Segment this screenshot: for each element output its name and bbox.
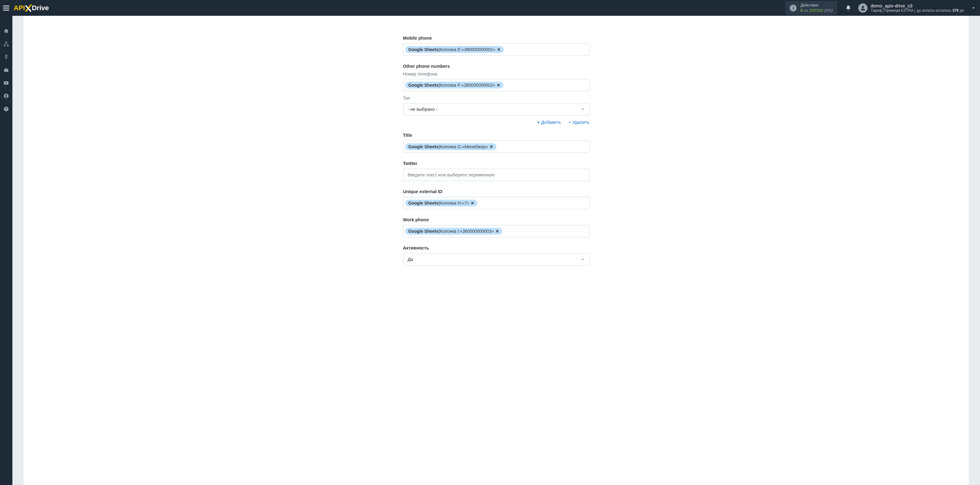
field-input[interactable]: Google Sheets | Колонка F: «380000000002… (403, 79, 590, 91)
remove-tag-icon[interactable]: ✕ (497, 47, 501, 52)
svg-point-11 (6, 94, 7, 96)
chevron-down-icon (581, 107, 585, 111)
svg-rect-4 (6, 42, 7, 43)
sidebar-item-home[interactable] (0, 24, 13, 38)
logo[interactable]: API Drive (14, 4, 49, 12)
bell-icon (845, 5, 851, 11)
notifications-button[interactable] (843, 5, 854, 11)
field-input[interactable]: Google Sheets | Колонка I: «380000000003… (403, 225, 590, 238)
sidebar-item-briefcase[interactable] (0, 63, 13, 76)
sidebar-item-account[interactable] (0, 89, 13, 103)
field-input[interactable]: Google Sheets | Колонка G: «Менеджер»✕ (403, 141, 590, 153)
field-twitter: Twitter (403, 161, 590, 181)
home-icon (3, 28, 9, 34)
mapping-form: Mobile phone Google Sheets | Колонка E: … (403, 16, 590, 266)
remove-tag-icon[interactable]: ✕ (490, 144, 493, 149)
user-icon (3, 93, 9, 99)
remove-tag-icon[interactable]: ✕ (497, 82, 500, 87)
actions-percent: (0%) (824, 8, 833, 13)
field-label: Twitter (403, 161, 590, 166)
variable-tag[interactable]: Google Sheets | Колонка F: «380000000002… (405, 82, 504, 89)
field-mobile-phone: Mobile phone Google Sheets | Колонка E: … (403, 36, 590, 56)
svg-rect-8 (4, 70, 8, 70)
variable-tag[interactable]: Google Sheets | Колонка G: «Менеджер»✕ (405, 143, 496, 150)
remove-tag-icon[interactable]: ✕ (471, 201, 474, 206)
row-actions: +Добавить −Удалить (403, 120, 590, 125)
field-label: Mobile phone (403, 36, 590, 41)
chevron-down-icon (581, 257, 585, 262)
svg-rect-5 (4, 45, 6, 46)
briefcase-icon (3, 67, 9, 73)
variable-tag[interactable]: Google Sheets | Колонка H: «7»✕ (405, 200, 478, 206)
sidebar-item-billing[interactable] (0, 51, 13, 63)
field-label: Title (403, 133, 590, 138)
svg-point-13 (6, 110, 6, 111)
svg-rect-0 (3, 6, 9, 6)
activity-select[interactable]: Да (403, 253, 590, 266)
variable-tag[interactable]: Google Sheets | Колонка E: «380000000001… (405, 46, 504, 53)
hamburger-icon (3, 6, 9, 11)
user-menu[interactable]: demo_apix-drive_s3 Тариф|Премиум EXTRA| … (858, 3, 964, 13)
svg-rect-6 (7, 45, 9, 46)
actions-total: 200'000 (809, 8, 823, 13)
field-input[interactable]: Google Sheets | Колонка E: «380000000001… (403, 43, 590, 56)
info-icon: i (790, 5, 797, 11)
svg-rect-2 (3, 10, 9, 10)
sidebar-item-video[interactable] (0, 76, 13, 89)
menu-button[interactable] (0, 0, 13, 16)
help-icon (3, 106, 9, 112)
svg-point-3 (862, 6, 864, 8)
field-label: Work phone (403, 217, 590, 222)
select-value: Да (408, 257, 413, 262)
svg-rect-1 (3, 8, 9, 8)
field-sublabel: Номер телефона (403, 71, 590, 76)
field-other-phone: Other phone numbers Номер телефона Googl… (403, 64, 590, 125)
field-activity: Активность Да (403, 246, 590, 266)
chevron-down-icon (971, 6, 976, 11)
type-select[interactable]: - не выбрано - (403, 103, 590, 116)
sidebar-item-connections[interactable] (0, 38, 13, 51)
field-external-id: Unique external ID Google Sheets | Колон… (403, 189, 590, 209)
user-menu-toggle[interactable] (967, 6, 980, 11)
field-title: Title Google Sheets | Колонка G: «Менедж… (403, 133, 590, 153)
sitemap-icon (3, 41, 9, 47)
logo-x-icon (25, 4, 32, 12)
actions-counter[interactable]: i Действия: 5 из 200'000 (0%) (786, 1, 837, 15)
field-work-phone: Work phone Google Sheets | Колонка I: «3… (403, 217, 590, 238)
field-sublabel: Тип (403, 96, 590, 101)
app-header: API Drive i Действия: 5 из 200'000 (0%) … (0, 0, 980, 16)
select-value: - не выбрано - (408, 107, 438, 112)
field-label: Unique external ID (403, 189, 590, 194)
avatar-icon (858, 3, 867, 13)
remove-tag-icon[interactable]: ✕ (495, 229, 499, 234)
dollar-icon (3, 54, 9, 60)
user-name: demo_apix-drive_s3 (871, 3, 964, 8)
svg-rect-7 (4, 69, 8, 72)
sidebar-item-help[interactable] (0, 103, 13, 116)
user-plan: Тариф|Премиум EXTRA| до оплаты осталось … (871, 8, 964, 13)
field-input[interactable] (403, 169, 590, 181)
actions-label: Действия: (800, 3, 833, 8)
field-label: Other phone numbers (403, 64, 590, 69)
add-button[interactable]: +Добавить (537, 120, 561, 125)
field-input[interactable]: Google Sheets | Колонка H: «7»✕ (403, 197, 590, 209)
field-label: Активность (403, 246, 590, 250)
variable-tag[interactable]: Google Sheets | Колонка I: «380000000003… (405, 228, 502, 235)
sidebar (0, 16, 13, 485)
delete-button[interactable]: −Удалить (568, 120, 590, 125)
actions-used: 5 (800, 8, 802, 13)
youtube-icon (3, 80, 9, 86)
